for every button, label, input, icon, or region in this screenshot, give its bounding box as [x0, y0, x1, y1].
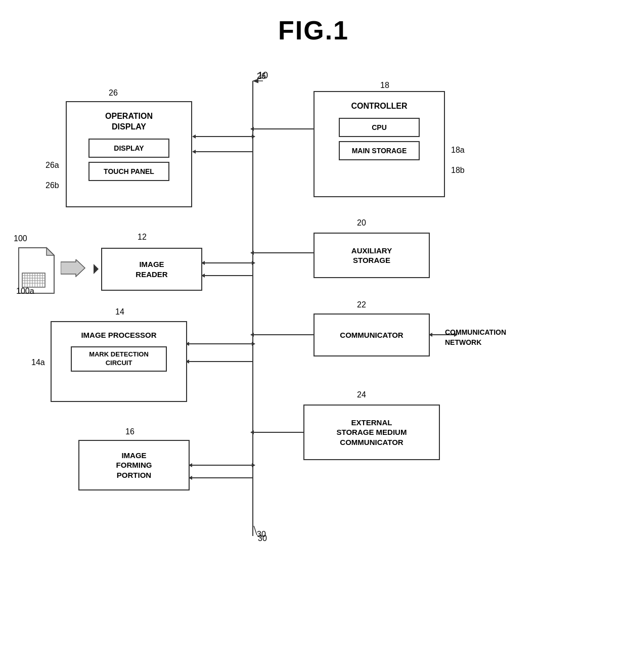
image-reader-box: IMAGEREADER: [101, 248, 202, 291]
aux-storage-box: AUXILIARYSTORAGE: [314, 233, 430, 278]
image-forming-label: IMAGEFORMINGPORTION: [116, 451, 152, 480]
ref-24: 24: [357, 390, 366, 399]
svg-marker-23: [252, 342, 255, 346]
touch-panel-inner-box: TOUCH PANEL: [88, 162, 169, 181]
image-forming-box: IMAGEFORMINGPORTION: [78, 440, 190, 490]
ref-26a: 26a: [46, 161, 59, 170]
display-label: DISPLAY: [114, 144, 144, 152]
communicator-box: COMMUNICATOR: [314, 313, 430, 356]
svg-marker-19: [250, 251, 254, 255]
svg-marker-33: [250, 430, 254, 434]
ext-storage-label: EXTERNALSTORAGE MEDIUMCOMMUNICATOR: [337, 418, 407, 447]
operation-display-box: OPERATIONDISPLAY DISPLAY TOUCH PANEL: [66, 101, 192, 207]
op-display-title: OPERATIONDISPLAY: [105, 111, 153, 132]
ref-18a: 18a: [451, 146, 465, 155]
page-title: FIG.1: [0, 0, 627, 46]
svg-marker-37: [252, 463, 255, 467]
doc-to-reader-arrow: [61, 259, 86, 279]
svg-marker-43: [47, 248, 54, 255]
svg-marker-15: [252, 261, 255, 265]
svg-marker-9: [192, 150, 196, 154]
display-inner-box: DISPLAY: [88, 139, 169, 158]
svg-marker-57: [61, 259, 85, 277]
touch-panel-label: TOUCH PANEL: [104, 167, 154, 175]
comm-network-label: COMMUNICATIONNETWORK: [445, 328, 506, 347]
cpu-inner-box: CPU: [339, 118, 420, 137]
svg-marker-27: [250, 333, 254, 337]
ref-30: 30: [257, 530, 266, 539]
main-storage-inner-box: MAIN STORAGE: [339, 141, 420, 160]
ref-16: 16: [125, 427, 135, 436]
ref-14: 14: [115, 307, 124, 317]
controller-box: CONTROLLER CPU MAIN STORAGE: [314, 91, 445, 197]
image-reader-label: IMAGEREADER: [136, 259, 167, 279]
ref-100: 100: [14, 234, 27, 243]
ref-26: 26: [109, 88, 118, 98]
mark-detection-label: MARK DETECTIONCIRCUIT: [89, 350, 149, 368]
ref-18: 18: [380, 81, 389, 90]
ref-12: 12: [138, 233, 147, 242]
image-processor-title: IMAGE PROCESSOR: [81, 330, 156, 340]
ref-20: 20: [357, 218, 366, 228]
svg-marker-7: [252, 135, 255, 139]
ref-100a: 100a: [16, 287, 34, 296]
ref-10: 26: [257, 72, 266, 81]
communicator-label: COMMUNICATOR: [340, 330, 403, 340]
svg-marker-41: [94, 264, 99, 274]
document-icon: 100 100a: [16, 245, 57, 298]
ref-18b: 18b: [451, 166, 465, 175]
svg-marker-11: [250, 127, 254, 131]
ref-22: 22: [357, 300, 366, 309]
ext-storage-box: EXTERNALSTORAGE MEDIUMCOMMUNICATOR: [303, 405, 440, 460]
controller-title: CONTROLLER: [351, 101, 407, 112]
ref-14a: 14a: [31, 358, 45, 367]
aux-storage-label: AUXILIARYSTORAGE: [351, 246, 392, 265]
image-processor-box: IMAGE PROCESSOR MARK DETECTIONCIRCUIT: [51, 321, 187, 402]
svg-marker-6: [192, 135, 196, 139]
main-storage-label: MAIN STORAGE: [352, 147, 407, 155]
cpu-label: CPU: [372, 123, 387, 131]
mark-detection-inner-box: MARK DETECTIONCIRCUIT: [71, 346, 167, 372]
ref-26b: 26b: [46, 181, 59, 190]
